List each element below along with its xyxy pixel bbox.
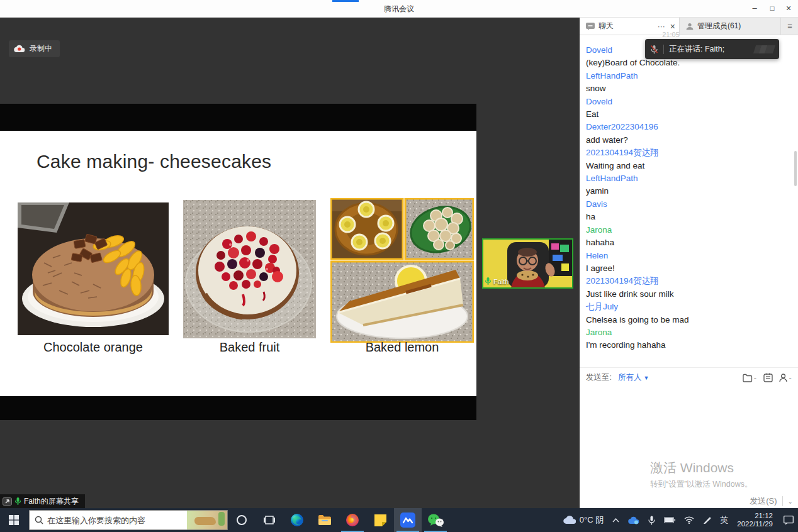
weather-cloud-icon	[563, 516, 576, 524]
chat-message-text: Waiting and eat	[586, 160, 789, 172]
weather-text: 0°C 阴	[580, 514, 604, 526]
chat-message-list: Doveld(key)Board of Chocolate.LeftHandPa…	[586, 44, 789, 352]
members-icon	[686, 23, 694, 30]
battery-glyph-icon	[664, 517, 675, 523]
send-to-caret-icon: ▼	[643, 375, 649, 381]
edge-taskbar-icon[interactable]	[283, 508, 311, 532]
maximize-button[interactable]: □	[764, 0, 780, 18]
chat-panel: 聊天 ··· × 管理成员(61) ≡ 21:05 Doveld(key)Boa	[579, 18, 798, 508]
input-language-indicator[interactable]: 英	[716, 508, 733, 532]
chat-username[interactable]: LeftHandPath	[586, 70, 789, 82]
tab-members-label: 管理成员(61)	[697, 21, 741, 31]
chat-username[interactable]: Jarona	[586, 224, 789, 236]
chat-close-button[interactable]: ×	[670, 21, 675, 31]
chat-more-button[interactable]: ···	[658, 22, 665, 31]
task-view-icon	[264, 515, 275, 525]
send-to-value: 所有人	[618, 372, 642, 383]
chat-scrollbar[interactable]	[794, 151, 797, 186]
chat-member-picker-button[interactable]: ⌄	[779, 374, 792, 382]
chat-username[interactable]: LeftHandPath	[586, 172, 789, 185]
chat-username[interactable]: Dexter2022304196	[586, 121, 789, 133]
chat-message-text: I agree!	[586, 262, 789, 275]
chat-username[interactable]: Davis	[586, 198, 789, 211]
chat-announcement-button[interactable]	[763, 373, 773, 382]
taskbar-clock[interactable]: 21:12 2022/11/29	[733, 508, 779, 532]
send-to-label: 发送至:	[586, 372, 612, 383]
send-to-row: 发送至: 所有人 ▼ ⌄	[580, 367, 798, 387]
tencent-meeting-icon	[400, 513, 415, 528]
send-to-select[interactable]: 所有人 ▼	[618, 372, 649, 383]
slide-title: Cake making- cheesecakes	[37, 151, 271, 172]
weather-widget[interactable]: 0°C 阴	[559, 508, 608, 532]
panel-menu-button[interactable]: ≡	[781, 18, 798, 35]
chat-username[interactable]: 2021304194贺达翔	[586, 275, 789, 287]
sticky-notes-taskbar-icon[interactable]	[366, 508, 394, 532]
pen-glyph-icon	[703, 516, 711, 524]
file-explorer-icon	[318, 514, 332, 526]
screen-share-icon	[3, 497, 12, 506]
recording-indicator[interactable]: 录制中	[9, 40, 60, 57]
cloud-icon	[628, 516, 639, 524]
tray-expand-chevron[interactable]	[608, 508, 624, 532]
wechat-taskbar-icon[interactable]	[422, 508, 449, 532]
pen-icon[interactable]	[699, 508, 716, 532]
speaking-toast: 正在讲话: Faith;	[645, 39, 779, 59]
cortana-icon	[236, 514, 247, 526]
chat-username[interactable]: 2021304194贺达翔	[586, 147, 789, 159]
watermark-subtitle: 转到“设置”以激活 Windows。	[650, 479, 753, 490]
clock-time: 21:12	[755, 512, 773, 520]
minimize-button[interactable]: –	[746, 0, 763, 18]
action-center-button[interactable]	[779, 508, 798, 532]
activate-windows-watermark: 激活 Windows 转到“设置”以激活 Windows。	[650, 459, 753, 490]
chat-message-text: ha	[586, 211, 789, 223]
chevron-up-icon	[612, 518, 619, 523]
tencent-meeting-taskbar-icon[interactable]	[394, 508, 422, 532]
close-button[interactable]: ×	[780, 0, 797, 18]
windows-logo-icon	[9, 515, 19, 525]
sticky-notes-icon	[374, 514, 386, 526]
taskbar-search[interactable]	[29, 510, 228, 530]
video-thumbnail-faith[interactable]: Faith	[482, 238, 573, 289]
person-caret-icon: ⌄	[788, 375, 792, 380]
wifi-glyph-icon	[684, 516, 694, 524]
search-input[interactable]	[43, 515, 187, 526]
cake-label-baked-fruit: Baked fruit	[183, 340, 316, 355]
letterbox-bottom	[0, 396, 476, 420]
recording-cloud-icon	[14, 45, 25, 53]
chat-username[interactable]: Helen	[586, 250, 789, 262]
tencent-meeting-window: 腾讯会议 – □ × 录制中 Cake making- cheesecakes	[0, 0, 798, 532]
chat-file-button[interactable]: ⌄	[743, 374, 758, 382]
meeting-logo-watermark-icon	[757, 45, 774, 53]
recording-label: 录制中	[30, 43, 52, 54]
mic-muted-icon	[650, 45, 658, 54]
tab-chat-label: 聊天	[598, 21, 614, 31]
title-bar: 腾讯会议 – □ ×	[0, 0, 798, 18]
start-button[interactable]	[0, 508, 28, 532]
chat-username[interactable]: Jarona	[586, 326, 789, 339]
window-title: 腾讯会议	[0, 0, 798, 18]
chat-username[interactable]: 七月July	[586, 301, 789, 313]
edge-icon	[290, 513, 304, 527]
file-explorer-taskbar-icon[interactable]	[311, 508, 339, 532]
chat-bubble-icon	[586, 23, 595, 30]
firefox-taskbar-icon[interactable]	[339, 508, 366, 532]
baked-fruit-photo	[183, 200, 316, 338]
mic-on-icon	[485, 277, 491, 285]
chat-username[interactable]: Doveld	[586, 96, 789, 108]
cloud-sync-tray-icon[interactable]	[624, 508, 644, 532]
speaking-toast-text: 正在讲话: Faith;	[669, 44, 724, 55]
search-icon	[35, 516, 43, 524]
toast-divider	[663, 45, 664, 54]
send-button[interactable]: 发送(S)	[750, 496, 777, 507]
baked-lemon-photo	[330, 198, 474, 343]
cake-label-baked-lemon: Baked lemon	[330, 340, 474, 355]
wifi-icon[interactable]	[680, 508, 699, 532]
task-view-button[interactable]	[256, 508, 283, 532]
microphone-icon	[648, 516, 655, 525]
send-options-chevron-icon[interactable]: ⌄	[788, 498, 793, 505]
firefox-icon	[346, 513, 359, 527]
cortana-button[interactable]	[228, 508, 256, 532]
microphone-tray-icon[interactable]	[644, 508, 660, 532]
search-daily-image	[187, 511, 227, 529]
battery-icon[interactable]	[660, 508, 680, 532]
